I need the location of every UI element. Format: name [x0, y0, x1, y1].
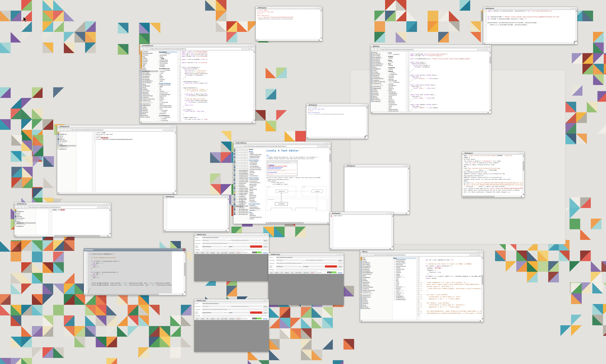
dependencies-icon[interactable] — [318, 145, 321, 148]
diff-button[interactable]: diff — [280, 271, 283, 273]
code-line[interactable]: var url = dir.replace(/\/?$/,"/") — [421, 259, 483, 261]
code-line[interactable]: } — [410, 79, 491, 81]
code-line[interactable]: >>>>>>> 304a24cbcf762da5a38cd2d558028abc… — [308, 114, 368, 115]
outline-item[interactable]: staticcachedFileMap — [393, 260, 416, 262]
sync-console[interactable] — [194, 254, 269, 281]
vertical-scrollbar[interactable] — [227, 198, 229, 230]
code-line[interactable]: CONFLICT (content): Merge conflict in wr… — [464, 177, 524, 179]
imprint-link[interactable]: imprint — [263, 252, 267, 253]
dependencies-icon[interactable] — [98, 206, 101, 208]
code-line[interactable]: // .filter(entry => entry.type === 'dire… — [421, 304, 483, 306]
line-number[interactable]: 8 — [484, 24, 486, 26]
code-editor[interactable]: <<<<<<< HEADHello World! Says who?======… — [306, 106, 368, 139]
code-line[interactable]: } else { — [88, 264, 186, 266]
line-number[interactable]: 191 — [417, 304, 419, 306]
outline-item[interactable]: cutRegion — [159, 66, 177, 67]
code-line[interactable]: return true — [182, 104, 255, 106]
message-input[interactable] — [202, 315, 268, 317]
line-number[interactable]: 24 — [406, 89, 409, 91]
menu-icon[interactable] — [58, 125, 59, 128]
disable-icon[interactable] — [477, 254, 480, 256]
file-item[interactable]: lively-container.html — [233, 194, 248, 196]
titlebar[interactable]: writetest2.txt — [57, 125, 176, 128]
local-name-input[interactable] — [202, 312, 223, 313]
maximize-icon[interactable] — [478, 251, 480, 253]
file-item[interactable]: container-scoped-d3.js — [360, 290, 392, 291]
line-number[interactable]: 169 — [417, 259, 419, 261]
file-item[interactable]: lively-editor.js — [233, 205, 248, 207]
code-editor[interactable]: 12345678import {default as AnnotationSet… — [483, 10, 577, 44]
switch-button[interactable]: switch — [263, 312, 268, 314]
file-item[interactable]: auth-dropbox.js — [371, 57, 387, 58]
file-item[interactable]: fetch.js — [140, 113, 158, 115]
outline-item[interactable]: updateChangeIndicato — [249, 154, 265, 156]
logout-button[interactable]: logout — [263, 239, 268, 241]
code-line[interactable]: } — [88, 288, 186, 290]
file-item[interactable]: bound-eval.js — [360, 281, 392, 283]
file-item[interactable]: README.md — [57, 134, 76, 135]
code-line[interactable]: // lively.showRect(intersection) — [88, 257, 186, 259]
code-line[interactable]: // throw new Error('Cannot walkDir. Give… — [421, 288, 483, 290]
titlebar[interactable]: Workspace — [344, 165, 409, 167]
outline-item[interactable]: getVersionWidget — [249, 179, 265, 180]
outline-item[interactable]: staticstatFile — [393, 273, 416, 275]
code-line[interactable]: toString() { — [410, 105, 491, 107]
url-input[interactable] — [71, 129, 163, 131]
code-editor[interactable]: 1681691701711721731741751761771781791801… — [417, 257, 483, 322]
outline-item[interactable]: saveFile — [249, 218, 265, 220]
code-line[interactable]: import {default as AnnotationSet, Annota… — [487, 10, 577, 12]
outline-item[interactable]: staticstats — [393, 278, 416, 280]
line-number[interactable]: 22 — [406, 86, 409, 88]
line-number[interactable]: 34 — [406, 105, 409, 107]
more-icon[interactable] — [108, 206, 110, 208]
file-item[interactable]: auth-dropbox.js — [360, 265, 392, 267]
code-line[interactable]: ======= — [308, 110, 368, 112]
horizontal-scrollbar[interactable] — [306, 137, 366, 139]
outline-item[interactable]: staticfillCachedFileMap — [393, 259, 416, 260]
titlebar[interactable]: annotations.js — [140, 44, 255, 47]
code-line[interactable]: filelist: true — [421, 271, 483, 273]
outline-item[interactable]: issueByNumber — [388, 104, 405, 105]
outline-item[interactable]: mergeWithTransform — [159, 84, 177, 86]
horizontal-scrollbar[interactable] — [84, 293, 184, 295]
line-number[interactable]: 175 — [417, 271, 419, 273]
maximize-icon[interactable] — [339, 254, 340, 255]
code-line[interactable]: } — [88, 279, 186, 281]
code-line[interactable]: // .map(entry => dir + '/' + entry.name)… — [421, 306, 483, 308]
file-item[interactable]: contextmenu.js — [140, 100, 158, 102]
code-line[interactable]: // .map(entry => dir + '/' + entry.name)… — [421, 298, 483, 300]
minimize-icon[interactable] — [476, 251, 478, 253]
code-line[interactable]: export class Comment extends Issue { — [410, 104, 491, 105]
line-number[interactable]: 27 — [178, 92, 181, 93]
outline-item[interactable]: getBranch — [388, 88, 405, 90]
code-line[interactable]: return this.to - this.from — [182, 111, 255, 112]
minimize-icon[interactable] — [104, 203, 105, 205]
line-number[interactable]: 28 — [178, 93, 181, 95]
file-item[interactable]: foo.js — [14, 214, 36, 216]
line-number[interactable]: 17 — [406, 78, 409, 79]
line-number[interactable]: 29 — [406, 97, 409, 99]
code-line[interactable]: // const json = await lively.files.statF… — [421, 284, 483, 286]
open-external-icon[interactable] — [473, 254, 476, 256]
line-number[interactable]: 4 — [93, 137, 95, 139]
file-item[interactable]: container-scoped-d3.js — [140, 98, 158, 100]
line-number[interactable]: 1 — [93, 132, 95, 134]
outline-item[interactable]: getMountURL — [249, 184, 265, 185]
code-line[interactable]: var color = this.color || "ligh — [182, 119, 255, 120]
outline-item[interactable]: merge — [159, 86, 177, 87]
vertical-scrollbar[interactable] — [522, 155, 524, 196]
file-item[interactable]: boot.js — [14, 212, 36, 214]
home-icon[interactable]: ⌂ — [67, 129, 70, 131]
menu-icon[interactable] — [15, 202, 16, 206]
code-line[interactable]: equals(annotation) { — [182, 87, 255, 89]
outline-item[interactable]: diff — [159, 87, 177, 89]
file-item[interactable]: annotations.js — [371, 53, 387, 55]
outline-item[interactable]: staticmoveFile — [393, 272, 416, 273]
outline-item[interactable]: deleteFile — [388, 99, 405, 101]
outline-item[interactable]: withEditorObjectDo#d — [249, 208, 265, 209]
file-item[interactable]: bound-eval.js — [140, 90, 158, 92]
titlebar[interactable]: GitHub Sync — [194, 233, 269, 236]
file-item[interactable]: lively-cloudscripting-configu — [233, 155, 248, 156]
close-icon[interactable] — [328, 142, 330, 144]
code-line[interactable]: that.editor — [334, 215, 393, 217]
